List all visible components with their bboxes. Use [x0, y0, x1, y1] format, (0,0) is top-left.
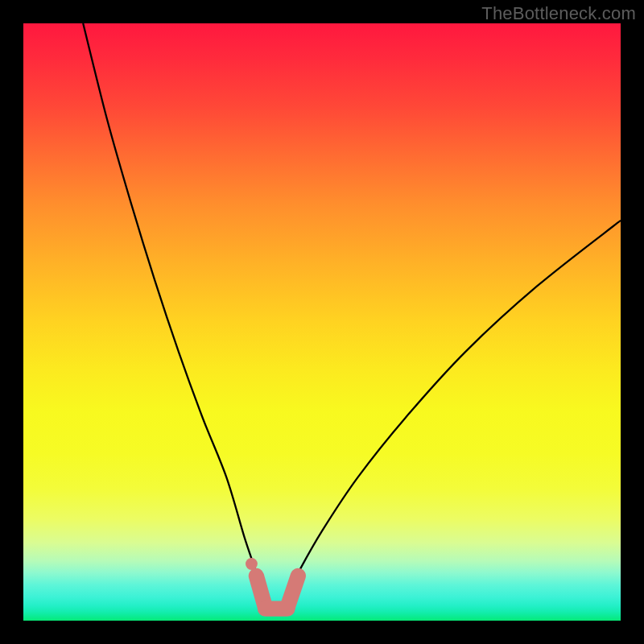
chart-frame: TheBottleneck.com	[0, 0, 644, 644]
trough-segment	[287, 576, 298, 607]
trough-dot	[246, 558, 258, 570]
bottleneck-curve-path	[83, 23, 621, 615]
curve-layer	[23, 23, 621, 621]
plot-area	[23, 23, 621, 621]
bottleneck-curve	[83, 23, 621, 615]
watermark-text: TheBottleneck.com	[481, 3, 636, 24]
trough-marker-group	[246, 558, 298, 609]
